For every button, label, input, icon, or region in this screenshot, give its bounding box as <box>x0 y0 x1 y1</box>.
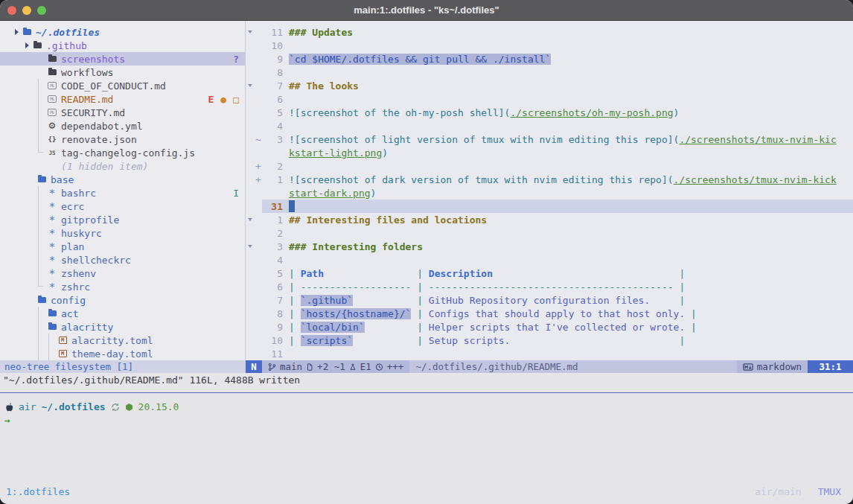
tree-item-bashrc[interactable]: *bashrcI <box>0 186 245 200</box>
editor-line[interactable]: 5![screenshot of the oh-my-posh shell](.… <box>246 106 853 119</box>
editor-line[interactable]: 11 <box>246 347 853 360</box>
tree-item-label: alacritty <box>61 322 113 333</box>
tree-item-workflows[interactable]: workflows <box>0 66 245 79</box>
tree-item-renovate-json[interactable]: {}renovate.json <box>0 133 245 146</box>
title-bar: main:1:.dotfiles - "ks~/.dotfiles" <box>0 0 853 21</box>
node-version: 20.15.0 <box>138 401 179 412</box>
js-icon: JS <box>48 150 57 156</box>
tree-item-label: workflows <box>61 67 113 78</box>
editor-line[interactable]: 7## The looks <box>246 79 853 92</box>
fold-icon[interactable] <box>246 218 255 221</box>
tree-item-github[interactable]: .github <box>0 39 245 52</box>
code-segment: | <box>685 308 697 319</box>
editor-line[interactable]: 1## Interesting files and locations <box>246 213 853 226</box>
expander-icon[interactable] <box>25 42 33 48</box>
tree-item-base[interactable]: base <box>0 173 245 186</box>
editor-line[interactable]: 2 <box>246 226 853 240</box>
expander-icon[interactable] <box>15 29 22 35</box>
apple-icon <box>4 402 13 412</box>
editor-line[interactable]: ~3![screenshot of light version of tmux … <box>246 133 853 146</box>
code-segment: `hosts/{hostname}/` <box>301 308 412 319</box>
git-sign <box>255 94 262 105</box>
tree-item-config[interactable]: config <box>0 293 245 307</box>
tree-item-act[interactable]: act <box>0 307 245 320</box>
editor-line[interactable]: kstart-light.png) <box>246 146 853 159</box>
tree-item-label: (1 hidden item) <box>61 161 148 172</box>
editor-line[interactable]: 9`cd $HOME/.dotfiles && git pull && ./in… <box>246 52 853 66</box>
tree-guide <box>38 106 39 119</box>
tree-item-code-of-conduct-md[interactable]: M↓CODE_OF_CONDUCT.md <box>0 79 245 92</box>
tree-item-dotfiles[interactable]: ~/.dotfiles <box>0 25 245 39</box>
line-number: 8 <box>262 308 283 319</box>
tree-item-screenshots[interactable]: screenshots? <box>0 52 245 66</box>
neotree-panel: ~/.dotfiles.githubscreenshots?workflowsM… <box>0 21 246 360</box>
tree-guide <box>48 347 49 360</box>
tree-item-label: screenshots <box>61 54 125 65</box>
editor-line[interactable]: 10 <box>246 39 853 52</box>
editor-line[interactable]: 4 <box>246 119 853 133</box>
cursor-position: 31:1 <box>808 360 853 373</box>
editor-line[interactable]: 3### Interesting folders <box>246 240 853 253</box>
star-icon: * <box>48 243 57 250</box>
tmux-window-tab[interactable]: 1:.dotfiles <box>6 486 70 497</box>
tree-item-shellcheckrc[interactable]: *shellcheckrc <box>0 253 245 267</box>
git-sign <box>255 348 262 360</box>
code-segment: | <box>289 322 301 333</box>
folder-icon <box>37 176 46 182</box>
gear-icon: ⚙ <box>48 121 57 131</box>
line-number: 6 <box>262 281 283 293</box>
tree-item-gitprofile[interactable]: *gitprofile <box>0 213 245 226</box>
tree-item-alacritty[interactable]: alacritty <box>0 320 245 334</box>
tree-item-alacritty-toml[interactable]: Malacritty.toml <box>0 334 245 347</box>
editor-line[interactable]: 8| `hosts/{hostname}/` | Configs that sh… <box>246 307 853 320</box>
git-sign <box>255 147 262 159</box>
fold-icon[interactable] <box>246 245 255 248</box>
tree-item-security-md[interactable]: M↓SECURITY.md <box>0 106 245 119</box>
editor-line[interactable]: 5| Path | Description | <box>246 267 853 280</box>
tree-item-label: ecrc <box>61 201 84 212</box>
editor-line[interactable]: 8 <box>246 66 853 79</box>
editor-line[interactable]: 11### Updates <box>246 25 853 39</box>
git-diff-stats: +2 ~1 <box>317 361 345 372</box>
code-segment: | <box>289 295 301 306</box>
tree-guide <box>38 307 39 320</box>
editor-line[interactable]: 7| `.github` | GitHub Repository configu… <box>246 293 853 307</box>
tree-item-1-hidden-item[interactable]: (1 hidden item) <box>0 159 245 173</box>
editor-line[interactable]: +1![screenshot of dark version of tmux w… <box>246 173 853 186</box>
editor-line[interactable]: 31 <box>246 200 853 213</box>
tree-guide <box>38 334 39 347</box>
editor-line[interactable]: 4 <box>246 253 853 267</box>
editor-line[interactable]: 6| ------------------- | ---------------… <box>246 280 853 293</box>
star-icon: * <box>48 229 57 237</box>
editor-pane[interactable]: 11### Updates 10 9`cd $HOME/.dotfiles &&… <box>246 21 853 360</box>
tree-item-ecrc[interactable]: *ecrc <box>0 200 245 213</box>
editor-line[interactable]: +2 <box>246 159 853 173</box>
line-number: 10 <box>262 40 283 51</box>
tree-item-label: theme-day.toml <box>71 348 153 360</box>
tree-item-zshrc[interactable]: *zshrc <box>0 280 245 293</box>
prompt-host: air <box>19 401 36 412</box>
tree-item-readme-md[interactable]: M↓README.mdE●□ <box>0 92 245 106</box>
editor-line[interactable]: 10| `scripts` | Setup scripts. | <box>246 334 853 347</box>
window-title: main:1:.dotfiles - "ks~/.dotfiles" <box>0 4 853 16</box>
tree-item-dependabot-yml[interactable]: ⚙dependabot.yml <box>0 119 245 133</box>
tree-item-plan[interactable]: *plan <box>0 240 245 253</box>
code-segment: | <box>510 335 685 346</box>
tree-item-zshenv[interactable]: *zshenv <box>0 267 245 280</box>
tree-item-tag-changelog-config-js[interactable]: JStag-changelog-config.js <box>0 146 245 159</box>
star-icon: * <box>48 189 57 197</box>
cmdline-message: "~/.dotfiles/.github/README.md" 116L, 44… <box>0 373 853 387</box>
fold-icon[interactable] <box>246 84 255 87</box>
tree-guide-corner <box>38 280 43 287</box>
git-sign <box>255 268 262 279</box>
fold-icon[interactable] <box>246 31 255 34</box>
code-segment: kstart-light.png <box>289 147 382 159</box>
tree-item-huskyrc[interactable]: *huskyrc <box>0 226 245 240</box>
editor-line[interactable]: 9| `local/bin` | Helper scripts that I'v… <box>246 320 853 334</box>
editor-line[interactable]: start-dark.png) <box>246 186 853 200</box>
mode-indicator: N <box>246 360 262 373</box>
editor-line[interactable]: 6 <box>246 92 853 106</box>
shell-pane[interactable]: air ~/.dotfiles 20.15.0 → 1:.dotfiles ai… <box>0 387 853 504</box>
tree-item-theme-day-toml[interactable]: Mtheme-day.toml <box>0 347 245 360</box>
tree-guide <box>38 186 39 200</box>
